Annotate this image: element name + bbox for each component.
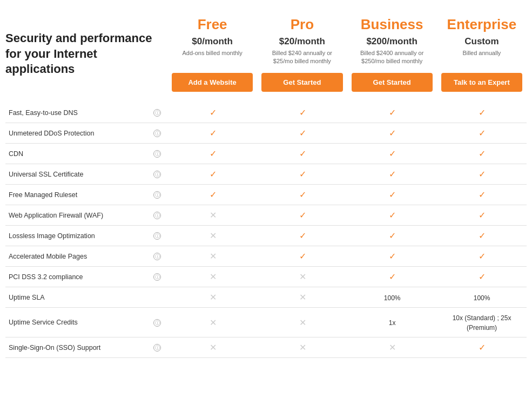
feature-info-8[interactable]: ⓘ: [146, 267, 168, 287]
check-no-icon: [210, 293, 217, 302]
pricing-header: Security and performance for your Intern…: [5, 11, 527, 97]
info-icon[interactable]: ⓘ: [153, 171, 161, 178]
feature-info-3[interactable]: ⓘ: [146, 164, 168, 185]
check-yes-icon: [299, 190, 306, 199]
info-icon[interactable]: ⓘ: [153, 273, 161, 281]
info-icon[interactable]: ⓘ: [153, 191, 161, 199]
pricing-container: Security and performance for your Intern…: [0, 0, 532, 369]
info-icon[interactable]: ⓘ: [153, 109, 161, 117]
feature-value-0-enterprise: [437, 103, 527, 123]
feature-value-4-pro: [258, 185, 347, 205]
feature-value-3-pro: [258, 164, 347, 185]
feature-value-0-free: [169, 103, 258, 123]
feature-name-11: Single-Sign-On (SSO) Support: [5, 337, 146, 358]
feature-value-4-enterprise: [437, 185, 527, 205]
check-yes-icon: [210, 129, 217, 138]
check-yes-icon: [389, 211, 396, 220]
feature-info-1[interactable]: ⓘ: [146, 123, 168, 144]
check-yes-icon: [479, 170, 486, 179]
feature-value-10-free: [169, 308, 258, 337]
feature-value-6-business: [347, 226, 437, 246]
feature-info-11[interactable]: ⓘ: [146, 337, 168, 358]
feature-value-5-free: [169, 205, 258, 226]
feature-info-0[interactable]: ⓘ: [146, 103, 168, 123]
table-row: Accelerated Mobile Pagesⓘ: [5, 246, 527, 267]
info-icon[interactable]: ⓘ: [153, 232, 161, 240]
feature-info-6[interactable]: ⓘ: [146, 226, 168, 246]
feature-value-3-business: [347, 164, 437, 185]
plan-price-business: $200/month: [352, 36, 433, 47]
cta-btn-business[interactable]: Get Started: [352, 73, 433, 92]
table-row: Lossless Image Optimizationⓘ: [5, 226, 527, 246]
feature-value-6-enterprise: [437, 226, 527, 246]
feature-value-9-business: 100%: [347, 287, 437, 308]
info-icon[interactable]: ⓘ: [153, 319, 161, 327]
info-icon[interactable]: ⓘ: [153, 344, 161, 352]
check-no-icon: [210, 252, 217, 261]
feature-name-0: Fast, Easy-to-use DNS: [5, 103, 146, 123]
feature-value-8-business: [347, 267, 437, 287]
check-yes-icon: [389, 272, 396, 281]
feature-info-4[interactable]: ⓘ: [146, 185, 168, 205]
feature-value-7-enterprise: [437, 246, 527, 267]
check-no-icon: [210, 318, 217, 327]
plan-cta-pro[interactable]: Get Started: [261, 73, 342, 92]
feature-value-10-business: 1x: [347, 308, 437, 337]
info-icon[interactable]: ⓘ: [153, 130, 161, 137]
feature-info-2[interactable]: ⓘ: [146, 144, 168, 164]
feature-value-7-free: [169, 246, 258, 267]
check-yes-icon: [389, 108, 396, 117]
plan-cta-enterprise[interactable]: Talk to an Expert: [441, 73, 522, 92]
plan-billing-business: Billed $2400 annually or $250/mo billed …: [352, 49, 433, 66]
info-icon[interactable]: ⓘ: [153, 253, 161, 260]
feature-info-10[interactable]: ⓘ: [146, 308, 168, 337]
check-no-icon: [299, 293, 306, 302]
feature-value-3-free: [169, 164, 258, 185]
check-yes-icon: [479, 190, 486, 199]
plan-price-free: $0/month: [172, 36, 253, 47]
table-row: Free Managed Rulesetⓘ: [5, 185, 527, 205]
plan-billing-free: Add-ons billed monthly: [172, 49, 253, 66]
feature-value-4-free: [169, 185, 258, 205]
feature-value-8-enterprise: [437, 267, 527, 287]
check-yes-icon: [389, 170, 396, 179]
feature-value-11-free: [169, 337, 258, 358]
check-yes-icon: [479, 149, 486, 158]
cta-btn-free[interactable]: Add a Website: [172, 73, 253, 92]
check-yes-icon: [479, 211, 486, 220]
feature-value-11-business: [347, 337, 437, 358]
info-icon[interactable]: ⓘ: [153, 150, 161, 158]
plan-header-pro: Pro $20/month Billed $240 annually or $2…: [257, 11, 347, 97]
check-no-icon: [210, 231, 217, 240]
feature-value-4-business: [347, 185, 437, 205]
table-row: Fast, Easy-to-use DNSⓘ: [5, 103, 527, 123]
info-icon[interactable]: ⓘ: [153, 212, 161, 219]
plan-cta-free[interactable]: Add a Website: [172, 73, 253, 92]
check-yes-icon: [299, 170, 306, 179]
feature-info-5[interactable]: ⓘ: [146, 205, 168, 226]
plan-header-enterprise: Enterprise Custom Billed annually Talk t…: [437, 11, 527, 97]
cta-btn-pro[interactable]: Get Started: [261, 73, 342, 92]
feature-value-9-enterprise: 100%: [437, 287, 527, 308]
check-no-icon: [299, 272, 306, 281]
feature-value-6-free: [169, 226, 258, 246]
check-yes-icon: [479, 343, 486, 352]
feature-value-1-pro: [258, 123, 347, 144]
feature-info-7[interactable]: ⓘ: [146, 246, 168, 267]
plan-cta-business[interactable]: Get Started: [352, 73, 433, 92]
feature-name-3: Universal SSL Certificate: [5, 164, 146, 185]
check-no-icon: [299, 343, 306, 352]
check-no-icon: [210, 272, 217, 281]
plan-billing-pro: Billed $240 annually or $25/mo billed mo…: [261, 49, 342, 66]
cta-btn-enterprise[interactable]: Talk to an Expert: [441, 73, 522, 92]
feature-name-5: Web Application Firewall (WAF): [5, 205, 146, 226]
plan-name-pro: Pro: [261, 16, 342, 33]
plan-name-business: Business: [352, 16, 433, 33]
feature-name-4: Free Managed Ruleset: [5, 185, 146, 205]
check-yes-icon: [479, 252, 486, 261]
feature-value-9-pro: [258, 287, 347, 308]
feature-value-2-enterprise: [437, 144, 527, 164]
check-yes-icon: [479, 231, 486, 240]
plan-price-enterprise: Custom: [441, 36, 522, 47]
feature-value-9-free: [169, 287, 258, 308]
